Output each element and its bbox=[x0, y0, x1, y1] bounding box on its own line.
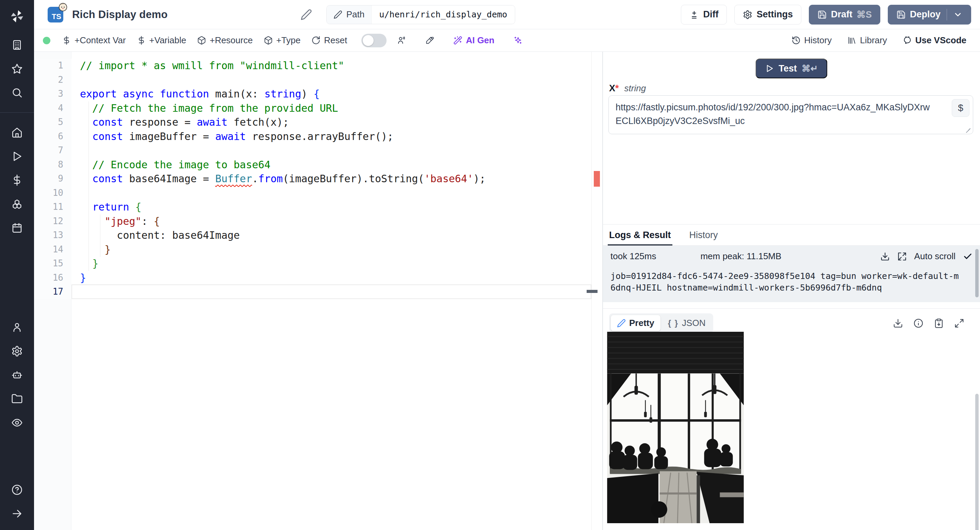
diff-button[interactable]: Diff bbox=[681, 5, 727, 24]
package-icon bbox=[264, 36, 273, 45]
sparkles-button[interactable] bbox=[508, 29, 528, 51]
format-button[interactable] bbox=[420, 29, 440, 51]
code-line[interactable]: } bbox=[72, 243, 588, 257]
path-value[interactable]: u/henri/rich_display_demo bbox=[372, 5, 514, 24]
help-icon[interactable] bbox=[11, 484, 23, 496]
add-resource-button[interactable]: +Resource bbox=[192, 29, 258, 51]
deploy-dropdown[interactable] bbox=[947, 9, 963, 21]
history-label: History bbox=[804, 35, 832, 46]
line-number: 7 bbox=[34, 144, 72, 158]
tab-history[interactable]: History bbox=[689, 230, 718, 245]
line-number: 5 bbox=[34, 115, 72, 129]
log-meta: took 125ms mem peak: 11.15MB Auto scroll bbox=[611, 251, 972, 262]
arg-value: https://fastly.picsum.photos/id/192/200/… bbox=[616, 102, 930, 126]
variable-label: +Variable bbox=[150, 35, 186, 46]
path-edit-button[interactable]: Path bbox=[327, 5, 372, 24]
info-icon[interactable] bbox=[913, 318, 924, 328]
tab-logs-result[interactable]: Logs & Result bbox=[609, 230, 671, 245]
windmill-logo[interactable] bbox=[8, 8, 26, 25]
user-icon[interactable] bbox=[11, 321, 23, 334]
code-line[interactable]: } bbox=[72, 271, 588, 285]
code-line[interactable] bbox=[72, 186, 588, 200]
line-number: 9 bbox=[34, 172, 72, 186]
code-line[interactable]: "jpeg": { bbox=[72, 214, 588, 228]
resource-label: +Resource bbox=[210, 35, 253, 46]
line-number: 15 bbox=[34, 257, 72, 271]
code-line[interactable]: // Encode the image to base64 bbox=[72, 158, 588, 172]
scrollbar-cursor-marker[interactable] bbox=[587, 290, 598, 293]
calendar-icon[interactable] bbox=[11, 222, 23, 234]
dollar-icon[interactable] bbox=[11, 174, 23, 186]
test-button[interactable]: Test ⌘↵ bbox=[756, 59, 827, 78]
tab-pretty[interactable]: Pretty bbox=[611, 315, 660, 331]
library-button[interactable]: Library bbox=[847, 35, 887, 46]
test-kbd: ⌘↵ bbox=[802, 63, 818, 74]
folder-icon[interactable] bbox=[11, 393, 23, 405]
chevron-down-icon bbox=[953, 10, 963, 19]
arg-input[interactable]: https://fastly.picsum.photos/id/192/200/… bbox=[608, 95, 973, 134]
clipboard-icon[interactable] bbox=[934, 318, 944, 328]
code-editor[interactable]: 1234567891011121314151617 // import * as… bbox=[34, 52, 602, 530]
ai-gen-button[interactable]: AI Gen bbox=[448, 29, 500, 51]
expand-icon[interactable] bbox=[954, 318, 964, 328]
line-number: 17 bbox=[34, 285, 72, 299]
gear-icon[interactable] bbox=[11, 345, 23, 357]
draft-button[interactable]: Draft ⌘S bbox=[809, 5, 880, 24]
use-vscode-button[interactable]: Use VScode bbox=[903, 35, 966, 46]
diff-mode-toggle[interactable] bbox=[361, 34, 387, 47]
variable-picker-button[interactable]: $ bbox=[952, 99, 969, 117]
assistant-button[interactable] bbox=[391, 29, 411, 51]
history-button[interactable]: History bbox=[791, 35, 832, 46]
format-brush-icon bbox=[425, 36, 434, 45]
test-label: Test bbox=[778, 63, 797, 74]
code-line[interactable]: content: base64Image bbox=[72, 228, 588, 243]
boxes-icon[interactable] bbox=[11, 198, 23, 210]
eye-icon[interactable] bbox=[11, 417, 23, 429]
star-icon[interactable] bbox=[11, 63, 23, 75]
log-scrollbar[interactable] bbox=[975, 249, 978, 297]
code-line[interactable]: // import * as wmill from "windmill-clie… bbox=[72, 59, 588, 73]
code-line[interactable]: // Fetch the image from the provided URL bbox=[72, 101, 588, 115]
code-line[interactable]: const imageBuffer = await response.array… bbox=[72, 129, 588, 144]
expand-icon[interactable] bbox=[897, 252, 907, 261]
arrow-right-icon[interactable] bbox=[11, 508, 23, 520]
code-line[interactable]: const base64Image = Buffer.from(imageBuf… bbox=[72, 172, 588, 186]
result-scrollbar[interactable] bbox=[975, 394, 978, 530]
tab-json[interactable]: { } JSON bbox=[662, 315, 712, 331]
code-line[interactable]: const response = await fetch(x); bbox=[72, 115, 588, 129]
play-icon[interactable] bbox=[11, 150, 23, 163]
reset-button[interactable]: Reset bbox=[306, 29, 353, 51]
run-panel: Test ⌘↵ X* string https://fastly.picsum.… bbox=[602, 52, 980, 530]
log-area: took 125ms mem peak: 11.15MB Auto scroll… bbox=[603, 246, 980, 302]
check-icon bbox=[963, 252, 972, 261]
line-number: 2 bbox=[34, 73, 72, 87]
autoscroll-label[interactable]: Auto scroll bbox=[914, 251, 956, 262]
use-vscode-label: Use VScode bbox=[915, 35, 966, 46]
pencil-icon bbox=[334, 10, 342, 19]
search-icon[interactable] bbox=[11, 86, 23, 99]
code-line[interactable]: export async function main(x: string) { bbox=[72, 87, 588, 101]
add-context-var-button[interactable]: +Context Var bbox=[56, 29, 131, 51]
result-image[interactable] bbox=[607, 332, 744, 523]
pencil-icon[interactable] bbox=[301, 9, 312, 21]
code-line[interactable]: } bbox=[72, 257, 588, 271]
add-variable-button[interactable]: +Variable bbox=[131, 29, 192, 51]
editor-toolbar: +Context Var +Variable +Resource +Type R… bbox=[34, 29, 980, 52]
robot-icon[interactable] bbox=[11, 369, 23, 381]
download-icon[interactable] bbox=[893, 318, 903, 328]
code-line[interactable] bbox=[72, 285, 588, 299]
settings-button[interactable]: Settings bbox=[734, 5, 801, 24]
add-type-button[interactable]: +Type bbox=[258, 29, 306, 51]
bun-face-icon bbox=[59, 3, 67, 11]
building-icon[interactable] bbox=[11, 39, 23, 51]
code-line[interactable]: return { bbox=[72, 200, 588, 214]
result-section: Pretty { } JSON bbox=[603, 308, 980, 530]
download-icon[interactable] bbox=[880, 252, 890, 261]
wand-icon bbox=[453, 36, 463, 45]
error-marker bbox=[594, 171, 600, 187]
deploy-button[interactable]: Deploy bbox=[888, 5, 971, 24]
code-line[interactable] bbox=[72, 73, 588, 87]
code-line[interactable] bbox=[72, 144, 588, 158]
resize-handle[interactable] bbox=[965, 126, 971, 132]
home-icon[interactable] bbox=[11, 126, 23, 139]
